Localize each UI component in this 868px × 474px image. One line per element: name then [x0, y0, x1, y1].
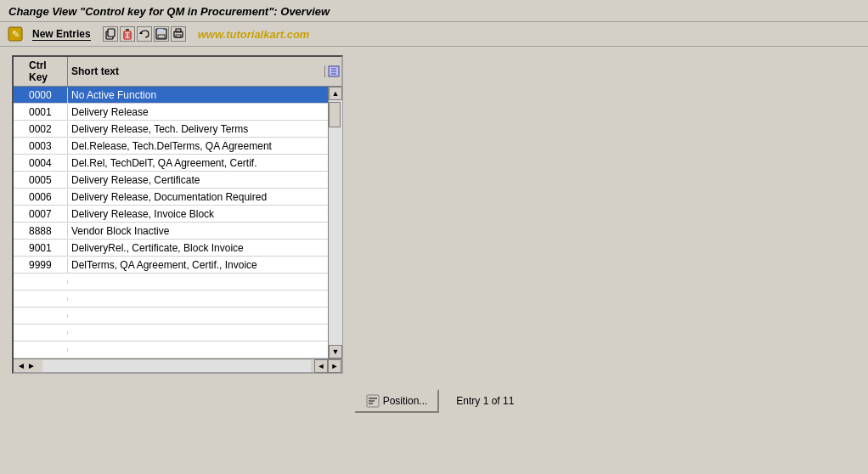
- footer-arrows: ◄ ►: [14, 361, 39, 370]
- main-window: Change View "Control key for QM in Procu…: [0, 0, 868, 474]
- table-header: Ctrl Key Short text: [14, 57, 341, 87]
- cell-ctrl-key: 0000: [25, 87, 68, 103]
- cell-short-text: Delivery Release, Documentation Required: [68, 189, 328, 205]
- table-row[interactable]: [14, 274, 328, 291]
- cell-ctrl-key: 0005: [25, 172, 68, 188]
- cell-short-text: DelTerms, QA Agreement, Certif., Invoice: [68, 257, 328, 273]
- col-text-header: Short text: [68, 63, 324, 80]
- bottom-section: Position... Entry 1 of 11: [12, 382, 856, 420]
- table-body-container: 0000No Active Function0001Delivery Relea…: [14, 87, 341, 358]
- table-outer-container: Ctrl Key Short text 0000No Active: [12, 55, 343, 374]
- cell-short-text: Delivery Release, Tech. Delivery Terms: [68, 121, 328, 137]
- cell-ctrl-key: 0006: [25, 189, 68, 205]
- cell-short-text: Delivery Release: [68, 104, 328, 120]
- cell-ctrl-key: [25, 348, 68, 352]
- prev-arrow[interactable]: ◄: [17, 361, 25, 370]
- table-row[interactable]: [14, 324, 328, 341]
- cell-ctrl-key: 0003: [25, 138, 68, 154]
- table-row[interactable]: 8888Vendor Block Inactive: [14, 223, 328, 240]
- cell-ctrl-key: 9001: [25, 240, 68, 256]
- copy-icon[interactable]: [103, 26, 118, 42]
- hscroll-right[interactable]: ►: [328, 359, 341, 373]
- print-icon[interactable]: [171, 26, 186, 42]
- table-row[interactable]: [14, 291, 328, 308]
- svg-text:✎: ✎: [12, 29, 20, 39]
- toolbar: ✎ New Entries: [0, 22, 868, 47]
- h-scroll-track[interactable]: [42, 360, 311, 372]
- cell-short-text: Delivery Release, Invoice Block: [68, 206, 328, 222]
- position-btn-label: Position...: [383, 395, 428, 407]
- watermark: www.tutorialkart.com: [198, 28, 310, 41]
- cell-short-text: No Active Function: [68, 87, 328, 103]
- cell-ctrl-key: 9999: [25, 257, 68, 273]
- col-ctrl-header: Ctrl Key: [25, 57, 68, 86]
- cell-short-text: DeliveryRel., Certificate, Block Invoice: [68, 240, 328, 256]
- vertical-scrollbar[interactable]: ▲ ▼: [328, 87, 341, 358]
- svg-rect-3: [108, 29, 115, 37]
- column-settings-icon[interactable]: [324, 65, 341, 77]
- cell-ctrl-key: 0002: [25, 121, 68, 137]
- cell-ctrl-key: 8888: [25, 223, 68, 239]
- cell-ctrl-key: 0007: [25, 206, 68, 222]
- table-row[interactable]: 0002Delivery Release, Tech. Delivery Ter…: [14, 121, 328, 138]
- cell-short-text: Delivery Release, Certificate: [68, 172, 328, 188]
- table-container: Ctrl Key Short text 0000No Active: [12, 55, 343, 374]
- cell-short-text: [68, 280, 328, 284]
- undo-icon[interactable]: [137, 26, 152, 42]
- save-icon[interactable]: [154, 26, 169, 42]
- delete-icon[interactable]: [120, 26, 135, 42]
- table-row[interactable]: 0007Delivery Release, Invoice Block: [14, 206, 328, 223]
- cell-short-text: [68, 314, 328, 318]
- table-row[interactable]: 0006Delivery Release, Documentation Requ…: [14, 189, 328, 206]
- svg-rect-4: [124, 31, 131, 39]
- cell-short-text: [68, 297, 328, 301]
- table-row[interactable]: 0001Delivery Release: [14, 104, 328, 121]
- cell-ctrl-key: [25, 297, 68, 301]
- cell-short-text: Del.Release, Tech.DelTerms, QA Agreement: [68, 138, 328, 154]
- window-title: Change View "Control key for QM in Procu…: [8, 5, 330, 18]
- position-icon: [366, 394, 380, 408]
- cell-ctrl-key: 0001: [25, 104, 68, 120]
- table-row[interactable]: [14, 341, 328, 358]
- right-hscroll: ◄ ►: [314, 359, 341, 373]
- cell-short-text: Del.Rel, TechDelT, QA Agreement, Certif.: [68, 155, 328, 171]
- table-row[interactable]: 9001DeliveryRel., Certificate, Block Inv…: [14, 240, 328, 257]
- customize-icon[interactable]: ✎: [7, 25, 24, 42]
- scroll-down-btn[interactable]: ▼: [329, 345, 342, 358]
- svg-rect-10: [158, 29, 163, 33]
- cell-ctrl-key: 0004: [25, 155, 68, 171]
- position-button[interactable]: Position...: [354, 389, 440, 413]
- table-row[interactable]: 0005Delivery Release, Certificate: [14, 172, 328, 189]
- table-row[interactable]: 0004Del.Rel, TechDelT, QA Agreement, Cer…: [14, 155, 328, 172]
- scroll-track: [329, 100, 342, 345]
- svg-rect-11: [158, 35, 165, 38]
- cell-ctrl-key: [25, 280, 68, 284]
- table-row[interactable]: 9999DelTerms, QA Agreement, Certif., Inv…: [14, 257, 328, 274]
- table-row[interactable]: 0000No Active Function: [14, 87, 328, 104]
- entry-info: Entry 1 of 11: [456, 395, 514, 407]
- table-body: 0000No Active Function0001Delivery Relea…: [14, 87, 328, 358]
- scroll-up-btn[interactable]: ▲: [329, 87, 342, 100]
- bottom-scrollbar: ◄ ► ◄ ►: [14, 358, 341, 372]
- new-entries-button[interactable]: New Entries: [32, 28, 91, 41]
- table-row[interactable]: 0003Del.Release, Tech.DelTerms, QA Agree…: [14, 138, 328, 155]
- cell-ctrl-key: [25, 331, 68, 335]
- cell-short-text: [68, 348, 328, 352]
- hscroll-left[interactable]: ◄: [314, 359, 328, 373]
- table-row[interactable]: [14, 308, 328, 324]
- cell-short-text: [68, 331, 328, 335]
- title-bar: Change View "Control key for QM in Procu…: [0, 0, 868, 22]
- cell-short-text: Vendor Block Inactive: [68, 223, 328, 239]
- cell-ctrl-key: [25, 314, 68, 318]
- scroll-thumb[interactable]: [329, 102, 341, 127]
- next-arrow[interactable]: ►: [27, 361, 36, 370]
- content-area: Ctrl Key Short text 0000No Active: [0, 47, 868, 474]
